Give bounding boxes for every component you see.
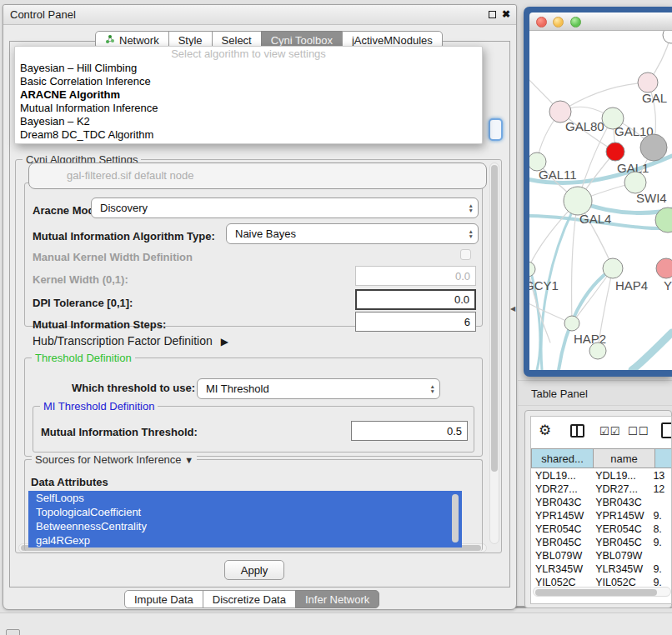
network-table-combo-value: gal-filtered.sif default node [67,169,193,182]
algorithm-option[interactable]: ARACNE Algorithm [15,88,482,102]
network-node-gal1[interactable] [606,142,624,161]
algorithm-placeholder: Select algorithm to view settings [15,47,482,62]
network-node-gal[interactable] [638,72,658,92]
network-canvas[interactable]: GALGAL80GAL10GAL1GAL11SWI4GAL4GCY1HAP4YH… [529,31,672,370]
table-row[interactable]: YBR043CYBR043C [531,497,672,510]
column-header-name[interactable]: name [594,448,655,468]
data-attribute-item[interactable]: gal4RGexp [28,533,462,548]
table-panel-title: Table Panel [531,388,588,400]
which-threshold-select[interactable]: MI Threshold ▲▼ [197,378,440,399]
mi-type-select[interactable]: Naive Bayes ▲▼ [226,223,479,244]
which-threshold-label: Which threshold to use: [72,382,195,394]
hub-definition-toggle[interactable]: Hub/Transcription Factor Definition ▶ [33,334,228,348]
mi-threshold-label: Mutual Information Threshold: [41,426,198,438]
column-header-shared-name[interactable]: shared... [531,448,594,468]
table-horizontal-scrollbar[interactable] [533,587,671,597]
table-row[interactable]: YER054CYER054C8. [531,523,672,537]
mi-threshold-title: MI Threshold Definition [40,400,158,412]
close-traffic-light[interactable] [536,17,547,28]
apply-button[interactable]: Apply [224,560,284,580]
splitter-collapse-icon[interactable]: ◀ [510,305,515,312]
settings-vertical-scrollbar[interactable] [489,162,499,544]
kernel-width-field[interactable]: 0.0 [355,266,476,286]
stepper-icon: ▲▼ [469,229,474,238]
network-node-y[interactable] [656,258,672,278]
network-view-window: GALGAL80GAL10GAL1GAL11SWI4GAL4GCY1HAP4YH… [524,7,672,377]
table-row[interactable]: YDR27...YDR27...12 [531,483,672,497]
dpi-tolerance-field[interactable]: 0.0 [355,289,476,310]
table-body: YDL19...YDL19...13YDR27...YDR27...12YBR0… [531,470,672,590]
table-row[interactable]: YPR145WYPR145W9. [531,510,672,523]
unselect-all-checks-icon[interactable]: ☐☐ [628,425,649,438]
network-node-label: GAL [642,91,667,105]
aracne-mode-select[interactable]: Discovery ▲▼ [91,198,479,218]
expand-right-icon[interactable]: ▶ [221,336,228,348]
mi-type-label: Mutual Information Algorithm Type: [33,230,215,242]
network-tab-icon [105,34,115,47]
data-attribute-item[interactable]: SelfLoops [28,491,462,505]
manual-kernel-label: Manual Kernel Width Definition [33,251,193,263]
network-node-label: Y [664,278,672,292]
network-node-hap2[interactable] [564,316,579,331]
threshold-definition-title: Threshold Definition [32,352,135,364]
data-attributes-list[interactable]: SelfLoopsTopologicalCoefficientBetweenne… [28,491,462,548]
data-attribute-item[interactable]: BetweennessCentrality [28,519,462,533]
algorithm-options: Bayesian – Hill ClimbingBasic Correlatio… [15,62,482,142]
sources-title: Sources for Network Inference ▼ [32,453,197,466]
table-row[interactable]: YDL19...YDL19...13 [531,470,672,483]
stepper-icon: ▲▼ [469,203,474,212]
mi-steps-field[interactable]: 6 [355,312,476,332]
table-panel-titlebar: Table Panel [518,380,672,406]
algorithm-option[interactable]: Mutual Information Inference [15,102,482,115]
table-horizontal-scrollbar-thumb[interactable] [535,589,657,596]
gear-icon[interactable]: ⚙ [539,422,551,439]
select-all-checks-icon[interactable]: ☑☑ [599,425,620,438]
network-node-label: HAP4 [615,278,648,292]
bottom-tab-discretize-data[interactable]: Discretize Data [203,590,296,608]
close-icon[interactable]: ✖ [502,8,510,20]
algorithm-option[interactable]: Bayesian – K2 [15,115,482,128]
collapse-down-icon[interactable]: ▼ [184,455,193,465]
algorithm-option[interactable]: Bayesian – Hill Climbing [15,62,482,75]
screen: Control Panel ✖ NetworkStyleSelectCyni T… [0,0,672,635]
network-node-hap4[interactable] [603,258,623,278]
table-row[interactable]: YBL079WYBL079W [531,550,672,563]
aracne-mode-value: Discovery [100,202,469,214]
table-row[interactable]: YBR045CYBR045C9. [531,537,672,550]
manual-kernel-checkbox[interactable] [460,249,471,260]
collapsed-panel-icon[interactable] [6,629,20,635]
network-table-combo[interactable]: gal-filtered.sif default node [28,162,487,189]
window-title: Control Panel [10,8,76,21]
column-header-clipped[interactable] [655,448,672,468]
network-node[interactable] [663,31,672,43]
algorithm-combo-button[interactable] [489,118,503,141]
mi-type-value: Naive Bayes [235,228,469,240]
algorithm-option[interactable]: Dream8 DC_TDC Algorithm [15,128,482,142]
export-table-icon[interactable] [661,422,672,438]
data-attribute-item[interactable]: TopologicalCoefficient [28,505,462,519]
stepper-icon: ▲▼ [430,384,435,393]
network-node[interactable] [589,342,606,359]
network-node-gcy1[interactable] [529,262,535,277]
network-node[interactable] [640,134,667,161]
network-node-label: GAL80 [565,119,604,133]
bottom-tab-impute-data[interactable]: Impute Data [124,590,203,608]
network-node-gal4[interactable] [564,187,592,215]
table-panel-card: ⚙ ☑☑ ☐☐ shared... name YDL19...YDL19...1… [524,410,672,608]
restore-icon[interactable] [489,11,496,18]
columns-icon[interactable] [570,424,584,438]
network-graph: GALGAL80GAL10GAL1GAL11SWI4GAL4GCY1HAP4YH… [529,31,672,370]
dpi-tolerance-label: DPI Tolerance [0,1]: [33,297,133,309]
node-table: ⚙ ☑☑ ☐☐ shared... name YDL19...YDL19...1… [530,416,672,604]
bottom-tab-infer-network[interactable]: Infer Network [295,590,379,608]
attributes-scrollbar-thumb[interactable] [452,494,459,542]
algorithm-option[interactable]: Basic Correlation Inference [15,75,482,88]
minimize-traffic-light[interactable] [553,17,564,28]
mi-steps-label: Mutual Information Steps: [33,318,166,331]
zoom-traffic-light[interactable] [570,17,581,28]
bottom-strip [0,612,672,635]
settings-vertical-scrollbar-thumb[interactable] [491,165,498,472]
table-row[interactable]: YLR345WYLR345W9. [531,563,672,577]
network-window-titlebar [529,12,672,31]
mi-threshold-field[interactable]: 0.5 [351,421,468,441]
